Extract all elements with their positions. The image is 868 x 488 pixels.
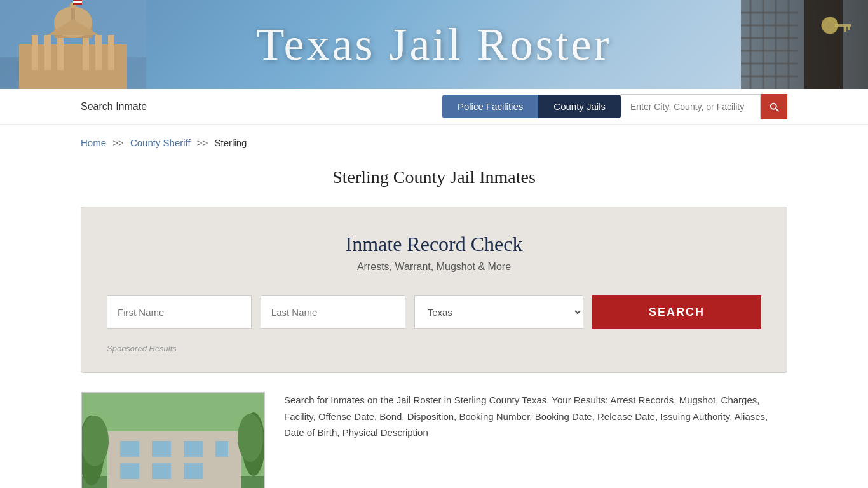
breadcrumb-sep-2: >> <box>197 137 208 148</box>
svg-rect-15 <box>73 3 82 4</box>
bottom-section: Search for Inmates on the Jail Roster in… <box>0 373 868 488</box>
facility-search-input[interactable] <box>621 94 761 119</box>
svg-rect-3 <box>32 35 38 70</box>
first-name-input[interactable] <box>107 295 252 329</box>
svg-rect-42 <box>152 463 171 479</box>
svg-rect-5 <box>57 35 64 70</box>
svg-rect-40 <box>215 441 228 457</box>
svg-point-47 <box>238 414 263 462</box>
svg-rect-36 <box>107 431 241 488</box>
svg-rect-6 <box>83 35 89 70</box>
svg-rect-4 <box>44 35 51 70</box>
breadcrumb: Home >> County Sheriff >> Sterling <box>0 125 868 154</box>
search-form-row: AlabamaAlaskaArizonaArkansasCaliforniaCo… <box>107 295 761 329</box>
police-facilities-button[interactable]: Police Facilities <box>442 95 538 118</box>
breadcrumb-sep-1: >> <box>112 137 124 148</box>
svg-point-46 <box>82 416 109 466</box>
record-check-subtitle: Arrests, Warrant, Mugshot & More <box>107 261 761 273</box>
site-title: Texas Jail Roster <box>257 18 612 71</box>
svg-rect-39 <box>184 441 203 457</box>
search-inmate-label: Search Inmate <box>81 101 147 112</box>
svg-rect-43 <box>184 463 203 479</box>
record-check-title: Inmate Record Check <box>107 233 761 256</box>
record-search-button[interactable]: SEARCH <box>592 295 761 329</box>
svg-rect-41 <box>120 463 139 479</box>
svg-rect-14 <box>73 1 82 3</box>
bottom-description-text: Search for Inmates on the Jail Roster in… <box>284 392 787 441</box>
keys-image <box>741 0 868 89</box>
page-title: Sterling County Jail Inmates <box>0 167 868 187</box>
svg-rect-23 <box>848 27 850 30</box>
svg-rect-37 <box>120 441 139 457</box>
svg-rect-7 <box>95 35 102 70</box>
facility-image <box>81 392 265 488</box>
last-name-input[interactable] <box>261 295 405 329</box>
facility-search-button[interactable] <box>761 94 787 119</box>
svg-rect-8 <box>108 35 114 70</box>
svg-rect-22 <box>844 27 846 32</box>
record-check-box: Inmate Record Check Arrests, Warrant, Mu… <box>81 207 787 373</box>
breadcrumb-current: Sterling <box>215 137 247 148</box>
svg-rect-18 <box>804 0 843 89</box>
sponsored-results-label: Sponsored Results <box>107 344 761 353</box>
nav-bar: Search Inmate Police Facilities County J… <box>0 89 868 125</box>
svg-rect-21 <box>835 24 851 27</box>
breadcrumb-county-sheriff-link[interactable]: County Sheriff <box>130 137 191 148</box>
header-banner: Texas Jail Roster <box>0 0 868 89</box>
state-select[interactable]: AlabamaAlaskaArizonaArkansasCaliforniaCo… <box>414 295 584 329</box>
county-jails-button[interactable]: County Jails <box>538 95 621 118</box>
nav-right: Police Facilities County Jails <box>442 94 787 119</box>
svg-point-20 <box>825 21 834 30</box>
breadcrumb-home-link[interactable]: Home <box>81 137 106 148</box>
svg-rect-38 <box>152 441 171 457</box>
capitol-building-image <box>0 0 146 89</box>
search-icon <box>768 101 780 112</box>
